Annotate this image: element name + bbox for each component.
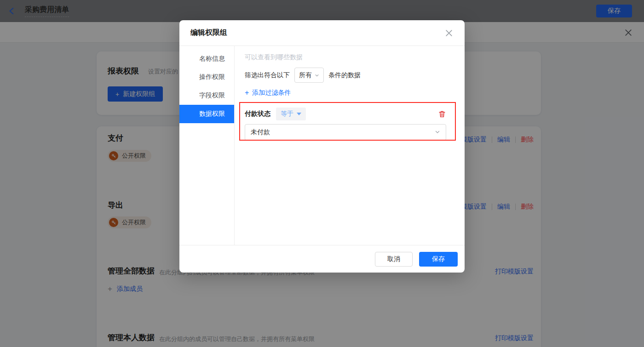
match-mode-select[interactable]: 所有: [294, 68, 324, 83]
dialog-close-icon[interactable]: [444, 28, 454, 38]
filter-suffix-label: 条件的数据: [328, 71, 361, 80]
plus-icon: +: [245, 90, 249, 96]
save-button[interactable]: 保存: [419, 252, 458, 267]
condition-field-label: 付款状态: [245, 110, 270, 118]
dialog-title: 编辑权限组: [190, 28, 227, 38]
dialog-body: 名称信息 操作权限 字段权限 数据权限 可以查看到哪些数据 筛选出符合以下 所有…: [179, 46, 465, 245]
filter-prefix-label: 筛选出符合以下: [245, 71, 290, 80]
chevron-down-icon: [435, 129, 440, 136]
chevron-down-icon: [315, 73, 319, 78]
dialog-content: 可以查看到哪些数据 筛选出符合以下 所有 条件的数据 + 添加过滤条件 付款状态: [235, 46, 465, 245]
filter-match-row: 筛选出符合以下 所有 条件的数据: [245, 68, 446, 83]
delete-condition-icon[interactable]: [438, 110, 446, 118]
tab-data-permission[interactable]: 数据权限: [179, 105, 234, 123]
condition-value-select[interactable]: 未付款: [245, 124, 446, 141]
data-scope-hint: 可以查看到哪些数据: [245, 52, 446, 62]
tab-operation-permission[interactable]: 操作权限: [179, 68, 234, 86]
dialog-tabs: 名称信息 操作权限 字段权限 数据权限: [179, 46, 235, 245]
cancel-button[interactable]: 取消: [375, 252, 413, 267]
dialog-footer: 取消 保存: [179, 245, 465, 273]
edit-permission-dialog: 编辑权限组 名称信息 操作权限 字段权限 数据权限 可以查看到哪些数据 筛选出符…: [179, 20, 465, 273]
add-filter-button[interactable]: + 添加过滤条件: [245, 89, 446, 97]
caret-down-icon: [297, 113, 301, 115]
filter-condition-row: 付款状态 等于: [245, 108, 446, 120]
dialog-header: 编辑权限组: [179, 20, 465, 46]
tab-name-info[interactable]: 名称信息: [179, 50, 234, 68]
screen: 采购费用清单 保存 报表权限 设置对应的「 + 新建权限组 支: [0, 0, 644, 347]
tab-field-permission[interactable]: 字段权限: [179, 86, 234, 105]
operator-select[interactable]: 等于: [276, 108, 306, 120]
